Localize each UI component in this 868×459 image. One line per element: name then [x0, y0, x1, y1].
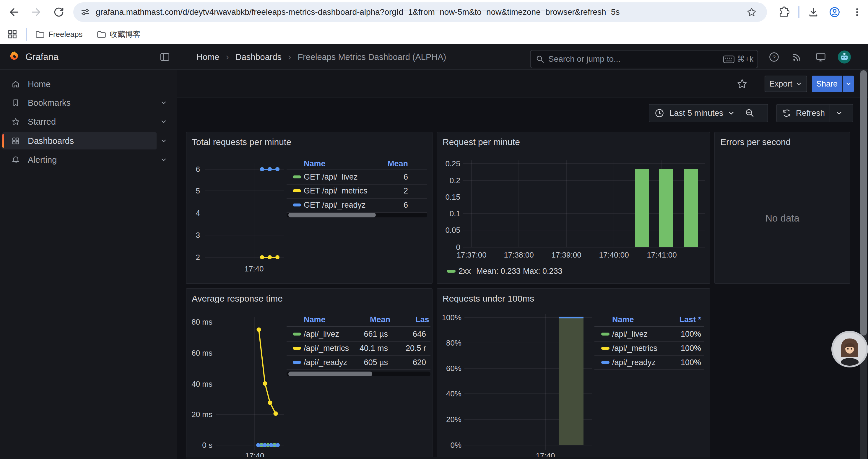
y-axis-tick: 100%	[437, 313, 462, 323]
chevron-down-icon[interactable]	[160, 137, 167, 144]
breadcrumb-item[interactable]: Freeleaps Metrics Dashboard (ALPHA)	[298, 52, 446, 62]
time-range-label: Last 5 minutes	[670, 108, 723, 118]
share-menu-button[interactable]	[843, 76, 854, 92]
breadcrumb-item[interactable]: Home	[196, 52, 219, 62]
url-text[interactable]: grafana.mathmast.com/d/deytv4rwavabkb/fr…	[96, 2, 620, 22]
download-icon	[807, 6, 819, 18]
refresh-button[interactable]: Refresh	[777, 104, 825, 122]
time-range-picker[interactable]: Last 5 minutes	[649, 104, 768, 122]
refresh-icon	[782, 108, 792, 118]
y-axis-tick: 40%	[437, 389, 462, 399]
reload-button[interactable]	[50, 4, 67, 21]
bookmarks-bar: Freeleaps收藏博客	[0, 24, 868, 44]
grafana-brand[interactable]: Grafana	[25, 44, 59, 70]
forward-button[interactable]	[28, 4, 45, 21]
kiosk-button[interactable]	[813, 49, 829, 65]
sidebar-item-label: Alerting	[28, 151, 57, 168]
bookmark-star-icon[interactable]	[746, 7, 757, 18]
legend-series-pill[interactable]	[601, 347, 610, 350]
legend-series-name[interactable]: 2xx	[459, 266, 471, 276]
search-shortcut: ⌘+k	[737, 51, 753, 68]
share-button[interactable]: Share	[812, 76, 842, 92]
header-divider	[756, 76, 756, 92]
chevron-down-icon	[795, 80, 802, 88]
search-input[interactable]: Search or jump to... ⌘+k	[530, 50, 758, 68]
extensions-button[interactable]	[775, 4, 792, 21]
chevron-down-icon[interactable]	[160, 156, 167, 163]
apps-grid-icon	[7, 29, 18, 40]
legend-scrollbar-thumb[interactable]	[288, 371, 372, 376]
screen: grafana.mathmast.com/d/deytv4rwavabkb/fr…	[0, 0, 868, 459]
legend-column-header[interactable]: Last *	[613, 315, 701, 325]
grafana-logo[interactable]	[8, 51, 21, 63]
legend-series-pill[interactable]	[601, 333, 610, 335]
sidebar-item-starred[interactable]: Starred	[2, 113, 157, 130]
sidebar-item-label: Home	[28, 76, 51, 93]
chart-requests-under-100ms: 100%80%60%40%20%0%17:40NameLast */api/_l…	[437, 289, 710, 458]
rss-icon	[792, 52, 803, 63]
legend-series-pill[interactable]	[293, 203, 301, 206]
chevron-down-icon[interactable]	[160, 99, 167, 106]
chart-total-requests-per-minute: 6543217:40NameMeanGET /api/_livez6GET /a…	[186, 132, 432, 283]
refresh-label: Refresh	[796, 108, 825, 118]
user-avatar[interactable]	[837, 50, 851, 64]
scrollbar-thumb[interactable]	[860, 70, 867, 335]
sidebar-item-dashboards[interactable]: Dashboards	[2, 132, 157, 150]
back-icon	[8, 6, 20, 18]
sidebar-item-home[interactable]: Home	[2, 76, 157, 93]
legend-mean-stat: Mean: 0.233	[476, 266, 521, 276]
sidebar-item-bookmarks[interactable]: Bookmarks	[2, 94, 157, 111]
panel-average-response-time[interactable]: Average response time 80 ms60 ms40 ms20 …	[186, 288, 433, 459]
star-dashboard-button[interactable]	[735, 76, 750, 92]
profile-button[interactable]	[826, 4, 843, 21]
downloads-button[interactable]	[805, 4, 822, 21]
clock-icon	[654, 108, 665, 119]
legend-max-stat: Max: 0.233	[523, 266, 562, 276]
dock-menu-button[interactable]	[157, 49, 173, 65]
legend-column-header[interactable]: Mean	[319, 159, 408, 169]
y-axis-tick: 0.15	[437, 192, 460, 202]
legend-series-pill[interactable]	[601, 361, 610, 364]
svg-text:?: ?	[773, 54, 776, 61]
bar-2xx	[659, 169, 673, 247]
panel-total-requests-per-minute[interactable]: Total requests per minute 6543217:40Name…	[186, 132, 433, 284]
panel-request-per-minute[interactable]: Request per minute 2xx Mean: 0.233 Max: …	[437, 132, 710, 284]
legend-row-separator	[594, 369, 704, 370]
refresh-interval-button[interactable]	[830, 104, 848, 122]
bookmark-folder[interactable]: 收藏博客	[96, 29, 141, 40]
bar-2xx	[635, 169, 649, 247]
legend-series-pill[interactable]	[293, 175, 301, 178]
apps-grid-button[interactable]	[5, 27, 20, 41]
chevron-down-icon[interactable]	[160, 118, 167, 125]
help-button[interactable]: ?	[766, 49, 782, 65]
monitor-icon	[815, 51, 827, 63]
legend-2xx-pill[interactable]	[447, 270, 456, 273]
breadcrumb-item[interactable]: Dashboards	[236, 52, 282, 62]
keyboard-icon	[723, 55, 735, 64]
gridline-v	[471, 160, 472, 247]
gridline-v	[566, 160, 567, 247]
sidebar-item-alerting[interactable]: Alerting	[2, 151, 157, 168]
browser-menu-button[interactable]	[848, 4, 866, 21]
panel-errors-per-second[interactable]: Errors per second No data	[714, 132, 850, 284]
legend-series-pill[interactable]	[293, 189, 301, 192]
legend-header-underline	[594, 326, 704, 327]
y-axis-tick: 0.25	[437, 159, 460, 169]
legend-column-header[interactable]: Mean	[302, 315, 390, 325]
back-button[interactable]	[5, 4, 23, 21]
sidebar: HomeBookmarksStarredDashboardsAlerting	[0, 70, 177, 459]
panel-requests-under-100ms[interactable]: Requests under 100ms 100%80%60%40%20%0%1…	[437, 288, 710, 459]
legend-scrollbar-thumb[interactable]	[288, 213, 376, 218]
news-button[interactable]	[789, 49, 805, 65]
dashboards-icon	[11, 136, 20, 145]
export-button[interactable]: Export	[765, 76, 807, 92]
legend-column-header[interactable]: Las	[415, 315, 429, 325]
breadcrumb-separator: ›	[287, 52, 291, 62]
floating-assistant-avatar[interactable]	[831, 330, 868, 368]
zoom-out-button[interactable]	[740, 104, 759, 122]
bookmark-folder[interactable]: Freeleaps	[35, 30, 83, 39]
tune-icon[interactable]	[80, 7, 90, 17]
folder-icon	[96, 30, 106, 39]
address-bar[interactable]: grafana.mathmast.com/d/deytv4rwavabkb/fr…	[73, 2, 767, 22]
y-axis-tick: 0.05	[437, 225, 460, 235]
